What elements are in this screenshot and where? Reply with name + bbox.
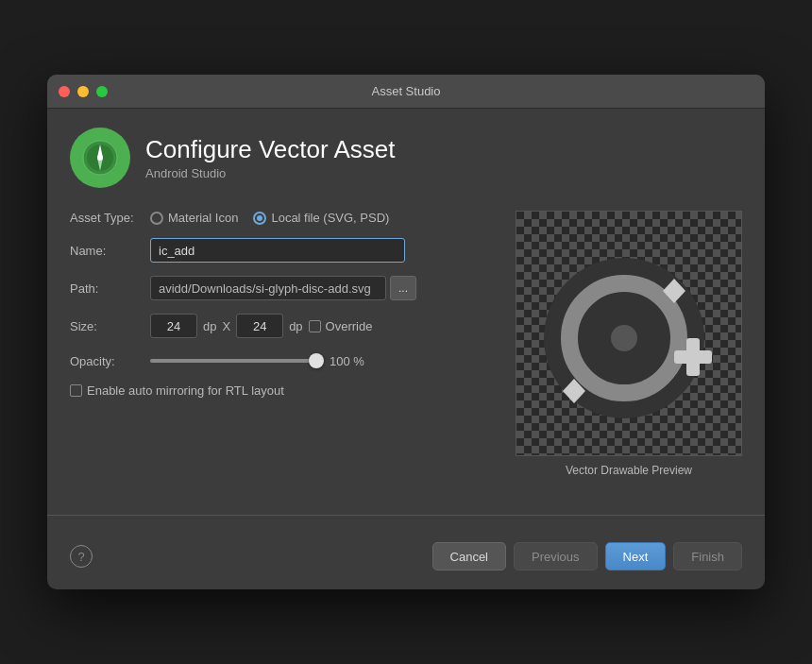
dp-label-1: dp xyxy=(203,319,216,333)
previous-button[interactable]: Previous xyxy=(514,542,598,570)
asset-type-label: Asset Type: xyxy=(70,211,150,225)
local-file-option[interactable]: Local file (SVG, PSD) xyxy=(253,211,389,225)
preview-section: Vector Drawable Preview xyxy=(516,211,742,477)
preview-svg-container xyxy=(516,212,741,455)
name-label: Name: xyxy=(70,244,150,258)
height-input[interactable] xyxy=(236,314,283,338)
path-input[interactable] xyxy=(150,276,386,300)
main-window: Asset Studio Configure xyxy=(47,75,765,589)
footer-buttons: Cancel Previous Next Finish xyxy=(432,542,742,570)
path-container: ... xyxy=(150,276,416,300)
android-logo xyxy=(70,128,130,188)
opacity-controls: 100 % xyxy=(150,351,364,370)
local-file-radio[interactable] xyxy=(253,212,266,225)
asset-type-row: Asset Type: Material Icon Local file (SV… xyxy=(70,211,497,225)
browse-button[interactable]: ... xyxy=(390,276,416,300)
main-body: Asset Type: Material Icon Local file (SV… xyxy=(70,211,742,477)
maximize-button[interactable] xyxy=(96,86,108,97)
next-button[interactable]: Next xyxy=(605,542,667,570)
name-input[interactable] xyxy=(150,238,405,263)
x-label: X xyxy=(222,319,230,333)
path-label: Path: xyxy=(70,281,150,296)
material-icon-option[interactable]: Material Icon xyxy=(150,211,238,225)
asset-type-radio-group: Material Icon Local file (SVG, PSD) xyxy=(150,211,389,225)
window-title: Asset Studio xyxy=(372,84,441,98)
page-title: Configure Vector Asset xyxy=(145,135,395,164)
width-input[interactable] xyxy=(150,314,197,338)
size-inputs: dp X dp Override xyxy=(150,314,372,338)
footer: ? Cancel Previous Next Finish xyxy=(47,535,765,589)
opacity-slider-container xyxy=(150,351,320,370)
header-text: Configure Vector Asset Android Studio xyxy=(145,135,395,180)
title-bar: Asset Studio xyxy=(47,75,765,109)
name-row: Name: xyxy=(70,238,497,263)
rtl-checkbox-container[interactable]: Enable auto mirroring for RTL layout xyxy=(70,383,284,398)
rtl-label: Enable auto mirroring for RTL layout xyxy=(87,383,284,398)
override-label: Override xyxy=(326,319,373,333)
rtl-checkbox[interactable] xyxy=(70,384,82,397)
traffic-lights xyxy=(59,86,108,97)
opacity-slider-thumb[interactable] xyxy=(309,353,324,368)
android-logo-icon xyxy=(81,139,119,177)
size-label: Size: xyxy=(70,319,150,333)
svg-point-4 xyxy=(97,155,103,161)
page-subtitle: Android Studio xyxy=(145,166,395,180)
opacity-row: Opacity: 100 % xyxy=(70,351,497,370)
size-row: Size: dp X dp Override xyxy=(70,314,497,338)
footer-separator xyxy=(47,515,765,516)
preview-box xyxy=(516,211,742,456)
finish-button[interactable]: Finish xyxy=(673,542,742,570)
close-button[interactable] xyxy=(59,86,70,97)
help-button[interactable]: ? xyxy=(70,545,93,568)
window-content: Configure Vector Asset Android Studio As… xyxy=(47,109,765,496)
svg-point-9 xyxy=(611,325,637,351)
override-checkbox-container[interactable]: Override xyxy=(309,319,373,333)
path-row: Path: ... xyxy=(70,276,497,300)
opacity-value: 100 % xyxy=(330,354,364,368)
form-section: Asset Type: Material Icon Local file (SV… xyxy=(70,211,497,477)
material-icon-radio[interactable] xyxy=(150,212,163,225)
override-checkbox[interactable] xyxy=(309,320,321,332)
vector-preview-svg xyxy=(534,239,723,428)
opacity-label: Opacity: xyxy=(70,354,150,368)
minimize-button[interactable] xyxy=(77,86,89,97)
preview-label: Vector Drawable Preview xyxy=(516,464,742,477)
cancel-button[interactable]: Cancel xyxy=(432,542,506,570)
svg-rect-13 xyxy=(686,338,700,376)
opacity-slider-track xyxy=(150,359,320,363)
rtl-row: Enable auto mirroring for RTL layout xyxy=(70,383,497,398)
header-section: Configure Vector Asset Android Studio xyxy=(70,128,742,188)
dp-label-2: dp xyxy=(289,319,302,333)
opacity-slider-fill xyxy=(150,359,320,363)
